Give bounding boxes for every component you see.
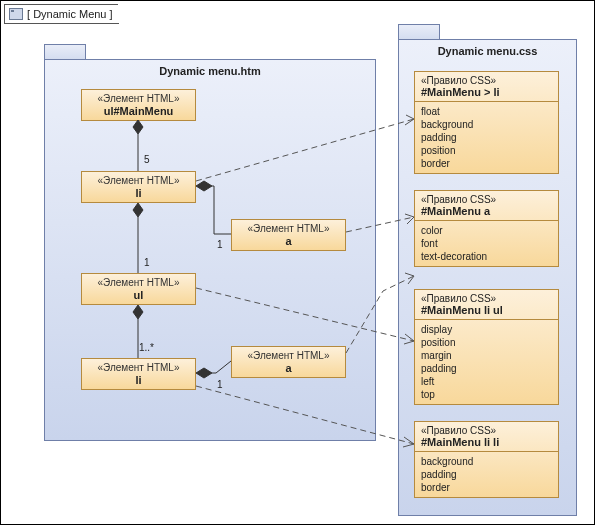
class-li-1[interactable]: «Элемент HTML» li xyxy=(81,171,196,203)
package-css-title: Dynamic menu.css xyxy=(399,40,576,62)
class-a-1[interactable]: «Элемент HTML» a xyxy=(231,219,346,251)
rule-mainmenu-li-ul[interactable]: «Правило CSS»#MainMenu li ul displayposi… xyxy=(414,289,559,405)
rule-mainmenu-li-li[interactable]: «Правило CSS»#MainMenu li li backgroundp… xyxy=(414,421,559,498)
rule-mainmenu-a[interactable]: «Правило CSS»#MainMenu a colorfonttext-d… xyxy=(414,190,559,267)
rule-mainmenu-li[interactable]: «Правило CSS»#MainMenu > li floatbackgro… xyxy=(414,71,559,174)
multiplicity-1d: 1 xyxy=(217,379,223,390)
class-li-2[interactable]: «Элемент HTML» li xyxy=(81,358,196,390)
diagram-canvas: [ Dynamic Menu ] Dynamic menu.htm Dynami… xyxy=(0,0,595,525)
multiplicity-1star: 1..* xyxy=(139,342,154,353)
class-ul-mainmenu[interactable]: «Элемент HTML» ul#MainMenu xyxy=(81,89,196,121)
multiplicity-5: 5 xyxy=(144,154,150,165)
class-ul-sub[interactable]: «Элемент HTML» ul xyxy=(81,273,196,305)
rule-mainmenu-li-props: floatbackgroundpaddingpositionborder xyxy=(415,102,558,173)
multiplicity-1a: 1 xyxy=(217,239,223,250)
class-a-2[interactable]: «Элемент HTML» a xyxy=(231,346,346,378)
frame-title: [ Dynamic Menu ] xyxy=(27,8,113,20)
package-icon xyxy=(9,8,23,20)
rule-mainmenu-a-props: colorfonttext-decoration xyxy=(415,221,558,266)
frame-tab: [ Dynamic Menu ] xyxy=(4,4,119,24)
multiplicity-1b: 1 xyxy=(144,257,150,268)
package-htm-title: Dynamic menu.htm xyxy=(45,60,375,82)
rule-mainmenu-li-ul-props: displaypositionmarginpaddinglefttop xyxy=(415,320,558,404)
rule-mainmenu-li-li-props: backgroundpaddingborder xyxy=(415,452,558,497)
